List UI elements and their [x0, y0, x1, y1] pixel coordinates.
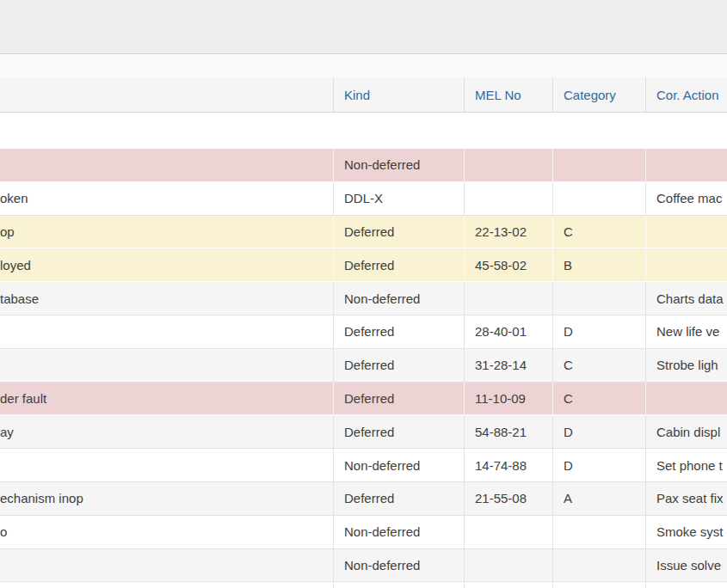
cell-kind: Non-deferred [334, 516, 465, 548]
cell-cor-action [646, 149, 727, 181]
cell-kind: Deferred [334, 415, 465, 448]
cell-cor-action: Coffee mac [646, 182, 727, 215]
cell-description: loyed [0, 248, 334, 281]
cell-kind: Non-deferred [334, 149, 465, 181]
table-row[interactable]: Non-deferred [0, 149, 727, 182]
cell-description: o [0, 516, 334, 548]
cell-category [553, 282, 646, 315]
cell-kind: DDL-X [334, 182, 465, 215]
table-header-gap [0, 113, 727, 149]
cell-category: C [553, 349, 646, 382]
cell-description [0, 315, 334, 348]
top-toolbar-band [0, 0, 727, 54]
cell-kind: Non-deferred [334, 282, 465, 315]
cell-mel-no: 31-28-14 [465, 349, 553, 382]
sub-header-band [0, 54, 727, 77]
cell-description: echanism inop [0, 482, 334, 515]
cell-mel-no: 54-88-21 [465, 415, 553, 448]
cell-description: oken [0, 182, 334, 215]
cell-kind: Non-deferred [334, 549, 465, 582]
cell-kind: Deferred [334, 248, 465, 281]
cell-category: C [553, 383, 646, 415]
cell-mel-no [465, 282, 553, 315]
cell-kind: Deferred [334, 349, 465, 382]
cell-cor-action: Strobe ligh [646, 349, 727, 382]
cell-category: B [553, 248, 646, 281]
cell-category [553, 549, 646, 582]
cell-cor-action: Pax seat fix [646, 482, 727, 515]
cell-kind: Deferred [334, 315, 465, 348]
table-row[interactable]: Non-deferredIssue solve [0, 549, 727, 583]
cell-description: tabase [0, 282, 334, 315]
cell-description: ay [0, 415, 334, 448]
cell-description [0, 149, 334, 181]
table-row[interactable]: loyedDeferred45-58-02B [0, 248, 727, 282]
cell-cor-action: Smoke syst [646, 516, 727, 548]
cell-cor-action [646, 216, 727, 248]
cell-description [0, 549, 334, 582]
cell-category: A [553, 482, 646, 515]
cell-mel-no: 14-74-88 [465, 449, 553, 481]
column-header-description[interactable] [0, 77, 334, 112]
table-row[interactable]: ayDeferred54-88-21DCabin displ [0, 415, 727, 449]
table-row[interactable]: okenDDL-XCoffee mac [0, 182, 727, 216]
cell-cor-action [646, 248, 727, 281]
table-row[interactable]: der faultDeferred11-10-09C [0, 383, 727, 416]
table-body: Non-deferredokenDDL-XCoffee macopDeferre… [0, 149, 727, 582]
cell-description [0, 349, 334, 382]
cell-mel-no [465, 182, 553, 215]
table-header-row: Kind MEL No Category Cor. Action [0, 77, 727, 113]
column-header-category[interactable]: Category [553, 77, 646, 112]
cell-cor-action: New life ve [646, 315, 727, 348]
cell-cor-action [646, 383, 727, 415]
table-row[interactable]: opDeferred22-13-02C [0, 216, 727, 249]
cell-mel-no: 28-40-01 [465, 315, 553, 348]
cell-mel-no: 11-10-09 [465, 383, 553, 415]
records-table: Kind MEL No Category Cor. Action Non-def… [0, 77, 727, 588]
cell-category [553, 149, 646, 181]
cell-category: D [553, 449, 646, 481]
cell-category: D [553, 315, 646, 348]
cell-cor-action: Charts data [646, 282, 727, 315]
table-row[interactable]: Deferred28-40-01DNew life ve [0, 315, 727, 349]
cell-category: C [553, 216, 646, 248]
table-row[interactable]: tabaseNon-deferredCharts data [0, 282, 727, 315]
table-row-partial [0, 582, 727, 588]
cell-kind: Non-deferred [334, 449, 465, 481]
column-header-mel-no[interactable]: MEL No [465, 77, 553, 112]
cell-mel-no: 21-55-08 [465, 482, 553, 515]
app-window: Kind MEL No Category Cor. Action Non-def… [0, 0, 727, 588]
cell-mel-no [465, 549, 553, 582]
cell-mel-no [465, 149, 553, 181]
cell-description: op [0, 216, 334, 248]
column-header-kind[interactable]: Kind [334, 77, 465, 112]
cell-description: der fault [0, 383, 334, 415]
cell-cor-action: Cabin displ [646, 415, 727, 448]
cell-category [553, 516, 646, 548]
cell-mel-no [465, 516, 553, 548]
cell-description [0, 449, 334, 481]
table-row[interactable]: oNon-deferredSmoke syst [0, 516, 727, 549]
cell-mel-no: 22-13-02 [465, 216, 553, 248]
cell-mel-no: 45-58-02 [465, 248, 553, 281]
cell-category [553, 182, 646, 215]
cell-kind: Deferred [334, 383, 465, 415]
cell-kind: Deferred [334, 482, 465, 515]
cell-cor-action: Issue solve [646, 549, 727, 582]
cell-cor-action: Set phone t [646, 449, 727, 481]
table-row[interactable]: Deferred31-28-14CStrobe ligh [0, 349, 727, 383]
cell-kind: Deferred [334, 216, 465, 248]
table-row[interactable]: echanism inopDeferred21-55-08APax seat f… [0, 482, 727, 516]
cell-category: D [553, 415, 646, 448]
table-row[interactable]: Non-deferred14-74-88DSet phone t [0, 449, 727, 482]
column-header-cor-action[interactable]: Cor. Action [646, 77, 727, 112]
